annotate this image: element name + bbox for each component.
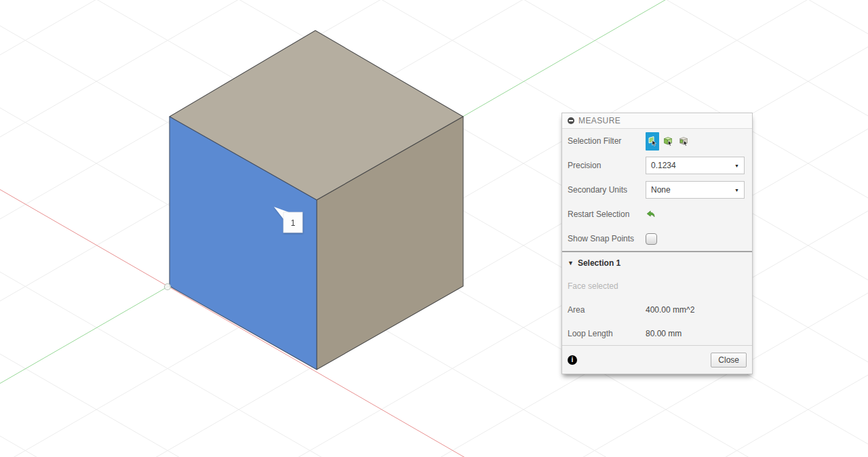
undo-arrow-icon [646, 210, 656, 220]
grid-line [0, 428, 868, 457]
loop-length-label: Loop Length [568, 329, 646, 338]
selection1-expander[interactable]: ▼ Selection 1 [562, 252, 752, 274]
secondary-units-label: Secondary Units [568, 185, 646, 195]
restart-selection-label: Restart Selection [568, 210, 646, 219]
grid-line [0, 0, 868, 63]
origin-marker [165, 284, 171, 290]
selection-badge-number: 1 [291, 218, 296, 228]
selection1-title: Selection 1 [578, 258, 620, 268]
panel-grip-icon [568, 117, 574, 124]
secondary-units-value: None [651, 185, 734, 195]
restart-selection-button[interactable] [646, 210, 656, 220]
secondary-units-row: Secondary Units None ▼ [562, 178, 752, 202]
cube-body[interactable] [170, 31, 463, 370]
show-snap-points-checkbox[interactable] [646, 233, 657, 245]
show-snap-points-row: Show Snap Points [562, 226, 752, 251]
precision-value: 0.1234 [651, 161, 734, 170]
selection-filter-row: Selection Filter [562, 129, 752, 153]
select-face-filter-button[interactable] [646, 132, 659, 151]
restart-selection-row: Restart Selection [562, 202, 752, 226]
selection1-status: Face selected [562, 274, 752, 298]
panel-header[interactable]: MEASURE [562, 113, 752, 129]
panel-footer: i Close [562, 346, 752, 374]
select-body-filter-button[interactable] [661, 132, 675, 151]
area-row: Area 400.00 mm^2 [562, 298, 752, 321]
chevron-down-icon: ▼ [734, 188, 739, 193]
info-button[interactable]: i [568, 355, 577, 365]
panel-title: MEASURE [578, 116, 620, 125]
select-face-icon [647, 136, 658, 146]
secondary-units-dropdown[interactable]: None ▼ [646, 181, 745, 199]
loop-length-row: Loop Length 80.00 mm [562, 321, 752, 345]
area-value: 400.00 mm^2 [646, 305, 694, 315]
chevron-down-icon: ▼ [734, 163, 739, 168]
select-component-filter-button[interactable] [677, 132, 690, 151]
close-button[interactable]: Close [711, 353, 747, 367]
grid-line [0, 367, 868, 457]
precision-label: Precision [568, 161, 646, 170]
selection-filter-label: Selection Filter [568, 136, 646, 146]
precision-dropdown[interactable]: 0.1234 ▼ [646, 157, 745, 174]
chevron-down-icon: ▼ [568, 260, 574, 266]
select-body-icon [663, 136, 673, 146]
area-label: Area [568, 305, 646, 315]
grid-line [0, 0, 868, 41]
show-snap-points-label: Show Snap Points [568, 234, 646, 243]
measure-panel: MEASURE Selection Filter [561, 113, 753, 374]
loop-length-value: 80.00 mm [646, 329, 682, 338]
precision-row: Precision 0.1234 ▼ [562, 153, 752, 178]
select-component-icon [678, 136, 689, 146]
